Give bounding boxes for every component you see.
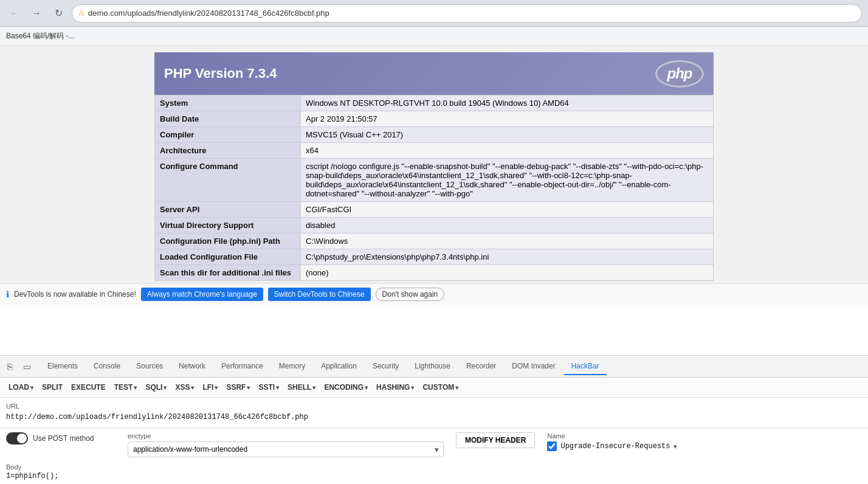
name-value: Upgrade-Insecure-Requests	[560, 442, 670, 451]
security-icon: ⚠	[78, 9, 84, 17]
match-language-button[interactable]: Always match Chrome's language	[141, 288, 263, 301]
php-info-label: Configure Command	[155, 159, 301, 202]
name-area: Name Upgrade-Insecure-Requests ▾	[547, 432, 677, 451]
name-checkbox[interactable]	[547, 441, 557, 451]
hackbar-btn-load[interactable]: LOAD▾	[6, 381, 36, 393]
hackbar-btn-ssti[interactable]: SSTI▾	[256, 381, 281, 393]
page-content: PHP Version 7.3.4 php SystemWindows NT D…	[0, 46, 868, 355]
php-info-value: C:\Windows	[301, 233, 714, 249]
url-label: URL	[6, 403, 862, 410]
devtools-tab-sources[interactable]: Sources	[129, 358, 170, 375]
back-button[interactable]: ←	[6, 5, 23, 22]
php-info-label: Configuration File (php.ini) Path	[155, 233, 301, 249]
php-info-label: Compiler	[155, 127, 301, 143]
php-info-value: C:\phpstudy_pro\Extensions\php\php7.3.4n…	[301, 249, 714, 265]
devtools-tab-security[interactable]: Security	[365, 358, 406, 375]
devtools-tab-dom-invader[interactable]: DOM Invader	[505, 358, 562, 375]
devtools-tab-lighthouse[interactable]: Lighthouse	[407, 358, 458, 375]
hackbar-btn-custom[interactable]: CUSTOM▾	[420, 381, 461, 393]
php-info-value: cscript /nologo configure.js "--enable-s…	[301, 159, 714, 202]
php-info-label: System	[155, 95, 301, 111]
info-icon: ℹ	[6, 289, 9, 299]
bookmarks-bar: Base64 编码/解码 -...	[0, 27, 868, 46]
php-info-wrapper: PHP Version 7.3.4 php SystemWindows NT D…	[0, 46, 868, 283]
toggle-label: Use POST method	[33, 434, 94, 443]
hackbar-btn-execute[interactable]: EXECUTE	[69, 381, 108, 393]
php-header: PHP Version 7.3.4 php	[154, 52, 714, 95]
php-info-table: SystemWindows NT DESKTOP-RLGTVHT 10.0 bu…	[154, 95, 714, 281]
devtools-tab-console[interactable]: Console	[86, 358, 128, 375]
devtools-tabs: ⎘ ▭ ElementsConsoleSourcesNetworkPerform…	[0, 356, 868, 378]
php-info-label: Scan this dir for additional .ini files	[155, 265, 301, 281]
devtools-icons: ⎘ ▭	[2, 359, 34, 374]
devtools-tabs-container: ElementsConsoleSourcesNetworkPerformance…	[40, 358, 607, 375]
enctype-label: enctype	[128, 432, 444, 440]
php-info-value: x64	[301, 143, 714, 159]
toggle-area: Use POST method	[6, 432, 115, 444]
browser-chrome: ← → ↻ ⚠ demo.com/uploads/friendlylink/20…	[0, 0, 868, 27]
hackbar-dropdown-shell: ▾	[312, 384, 315, 391]
devtools-tab-hackbar[interactable]: HackBar	[564, 358, 607, 375]
hackbar-toolbar: LOAD▾SPLITEXECUTETEST▾SQLI▾XSS▾LFI▾SSRF▾…	[0, 378, 868, 398]
hackbar-btn-xss[interactable]: XSS▾	[173, 381, 196, 393]
main-area: PHP Version 7.3.4 php SystemWindows NT D…	[0, 46, 868, 484]
hackbar-dropdown-test: ▾	[134, 384, 137, 391]
devtools-tab-network[interactable]: Network	[171, 358, 213, 375]
devtools-tab-memory[interactable]: Memory	[272, 358, 312, 375]
hackbar-btn-ssrf[interactable]: SSRF▾	[224, 381, 252, 393]
name-dropdown-icon[interactable]: ▾	[673, 443, 677, 451]
bookmark-item[interactable]: Base64 编码/解码 -...	[6, 31, 75, 41]
devtools-tab-recorder[interactable]: Recorder	[459, 358, 503, 375]
php-info-label: Server API	[155, 202, 301, 218]
name-label: Name	[547, 432, 677, 440]
enctype-area: enctype application/x-www-form-urlencode…	[128, 432, 444, 457]
modify-header-button[interactable]: MODIFY HEADER	[456, 432, 535, 448]
hackbar-btn-lfi[interactable]: LFI▾	[200, 381, 220, 393]
body-label: Body	[6, 463, 862, 471]
php-info-value: Apr 2 2019 21:50:57	[301, 111, 714, 127]
hackbar-btn-sqli[interactable]: SQLI▾	[143, 381, 169, 393]
hackbar-dropdown-encoding: ▾	[365, 384, 368, 391]
hackbar-btn-shell[interactable]: SHELL▾	[285, 381, 318, 393]
notification-message: DevTools is now available in Chinese!	[14, 290, 136, 299]
hackbar-btn-hashing[interactable]: HASHING▾	[374, 381, 416, 393]
php-info-label: Architecture	[155, 143, 301, 159]
enctype-select-wrapper: application/x-www-form-urlencoded multip…	[128, 441, 444, 457]
php-info-label: Virtual Directory Support	[155, 218, 301, 233]
devtools-tab-elements[interactable]: Elements	[40, 358, 85, 375]
php-info-value: CGI/FastCGI	[301, 202, 714, 218]
hackbar-dropdown-load: ▾	[30, 384, 33, 391]
hackbar-btn-encoding[interactable]: ENCODING▾	[322, 381, 370, 393]
post-method-toggle[interactable]	[6, 432, 28, 444]
reload-button[interactable]: ↻	[50, 5, 67, 22]
enctype-select[interactable]: application/x-www-form-urlencoded multip…	[128, 441, 444, 457]
devtools-panel: ⎘ ▭ ElementsConsoleSourcesNetworkPerform…	[0, 355, 868, 484]
devtools-tab-application[interactable]: Application	[314, 358, 364, 375]
php-info-label: Build Date	[155, 111, 301, 127]
hackbar-btn-split[interactable]: SPLIT	[40, 381, 65, 393]
hackbar-dropdown-hashing: ▾	[411, 384, 414, 391]
url-input[interactable]	[6, 412, 862, 423]
php-info-value: MSVC15 (Visual C++ 2017)	[301, 127, 714, 143]
switch-devtools-button[interactable]: Switch DevTools to Chinese	[268, 288, 371, 301]
hackbar-dropdown-xss: ▾	[191, 384, 194, 391]
hackbar-dropdown-sqli: ▾	[164, 384, 167, 391]
hackbar-btn-test[interactable]: TEST▾	[112, 381, 140, 393]
modify-header-area: MODIFY HEADER	[456, 432, 535, 448]
php-info-value: disabled	[301, 218, 714, 233]
devtools-tab-performance[interactable]: Performance	[214, 358, 270, 375]
address-bar[interactable]: ⚠ demo.com/uploads/friendlylink/20240820…	[72, 4, 862, 22]
hackbar-url-section: URL	[0, 398, 868, 427]
inspect-element-icon[interactable]: ⎘	[2, 359, 17, 374]
device-toolbar-icon[interactable]: ▭	[19, 359, 34, 374]
hackbar-lower: Use POST method enctype application/x-ww…	[0, 428, 868, 461]
php-version-title: PHP Version 7.3.4	[164, 66, 277, 81]
forward-button[interactable]: →	[28, 5, 45, 22]
php-info-label: Loaded Configuration File	[155, 249, 301, 265]
name-row: Upgrade-Insecure-Requests ▾	[547, 441, 677, 451]
hackbar-dropdown-ssti: ▾	[276, 384, 279, 391]
php-info-value: Windows NT DESKTOP-RLGTVHT 10.0 build 19…	[301, 95, 714, 111]
dismiss-button[interactable]: Don't show again	[376, 288, 445, 301]
hackbar-dropdown-ssrf: ▾	[247, 384, 250, 391]
body-value: 1=phpinfo();	[6, 472, 862, 480]
